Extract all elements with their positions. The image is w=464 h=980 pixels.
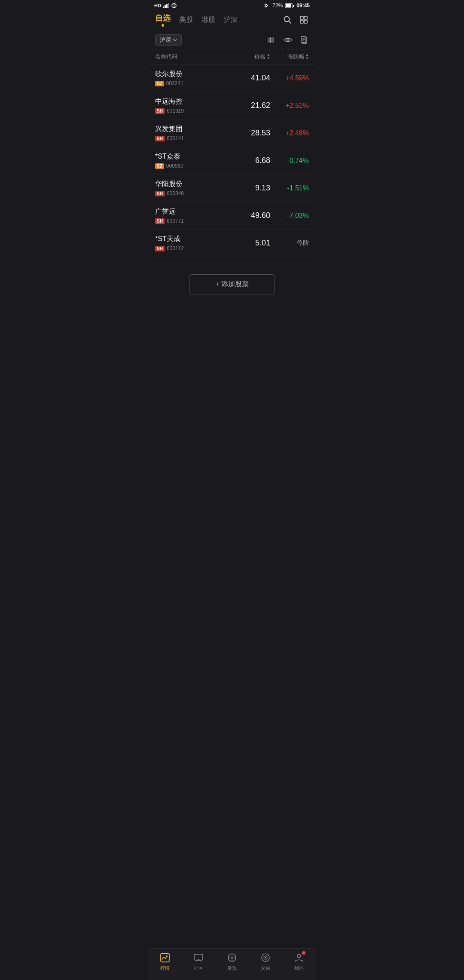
chevron-down-icon bbox=[173, 39, 177, 41]
stock-info: *ST天成 SH 600112 bbox=[155, 235, 232, 251]
stock-list: 歌尔股份 SZ 002241 41.04 +4.59% 中远海控 SH 6019… bbox=[148, 64, 316, 257]
exchange-badge: SH bbox=[155, 218, 165, 224]
nav-icons bbox=[282, 15, 309, 25]
svg-rect-22 bbox=[268, 41, 270, 43]
carrier-text: HD bbox=[154, 3, 161, 8]
stock-price: 41.04 bbox=[232, 74, 270, 83]
layout-icon[interactable] bbox=[299, 15, 309, 25]
filter-row: 沪深 bbox=[148, 31, 316, 49]
stock-row[interactable]: *ST天成 SH 600112 5.01 停牌 bbox=[148, 230, 316, 257]
status-left: HD bbox=[154, 3, 177, 8]
svg-rect-21 bbox=[271, 39, 273, 41]
stock-row[interactable]: 中远海控 SH 601919 21.62 +2.51% bbox=[148, 92, 316, 119]
stock-code-row: SH 600112 bbox=[155, 245, 232, 251]
tab-hk-stocks[interactable]: 港股 bbox=[201, 15, 215, 24]
stock-name: 华阳股份 bbox=[155, 180, 232, 189]
svg-line-6 bbox=[174, 6, 175, 6]
stock-price: 6.68 bbox=[232, 156, 270, 165]
stock-change: -1.51% bbox=[270, 184, 309, 192]
battery-icon bbox=[285, 3, 294, 8]
eye-icon[interactable] bbox=[283, 35, 293, 45]
stock-code-row: SH 600141 bbox=[155, 135, 232, 141]
stock-row[interactable]: 广誉远 SH 600771 49.60 -7.03% bbox=[148, 202, 316, 230]
svg-rect-15 bbox=[304, 16, 307, 19]
search-icon[interactable] bbox=[282, 15, 293, 25]
stock-code: 600141 bbox=[167, 135, 184, 141]
price-sort-icon: ▲▼ bbox=[267, 53, 270, 60]
stock-code: 600348 bbox=[167, 190, 184, 196]
stock-name: 中远海控 bbox=[155, 97, 232, 106]
exchange-badge: SH bbox=[155, 191, 165, 196]
stock-code: 002241 bbox=[166, 80, 183, 86]
bars-icon[interactable] bbox=[267, 35, 276, 45]
status-right: 72% 09:45 bbox=[263, 3, 310, 9]
svg-point-24 bbox=[287, 39, 289, 41]
svg-rect-19 bbox=[271, 37, 273, 39]
table-header: 名称代码 价格 ▲▼ 涨跌幅 ▲▼ bbox=[148, 49, 316, 64]
col-header-change[interactable]: 涨跌幅 ▲▼ bbox=[270, 53, 309, 61]
bottom-spacer bbox=[148, 312, 316, 368]
copy-icon[interactable] bbox=[299, 35, 309, 45]
filter-icons bbox=[267, 35, 309, 45]
signal-icon bbox=[163, 3, 170, 8]
svg-rect-16 bbox=[300, 20, 303, 23]
stock-code-row: SH 601919 bbox=[155, 108, 232, 114]
stock-change: +4.59% bbox=[270, 74, 309, 82]
stock-price: 28.53 bbox=[232, 129, 270, 138]
stock-change: -7.03% bbox=[270, 212, 309, 220]
stock-row[interactable]: 兴发集团 SH 600141 28.53 +2.48% bbox=[148, 119, 316, 147]
svg-rect-3 bbox=[168, 3, 169, 8]
status-bar: HD 72% 09:45 bbox=[148, 0, 316, 10]
stock-row[interactable]: *ST众泰 SZ 000980 6.68 -0.74% bbox=[148, 147, 316, 175]
stock-name: 兴发集团 bbox=[155, 125, 232, 134]
stock-info: 兴发集团 SH 600141 bbox=[155, 125, 232, 141]
market-filter-tag[interactable]: 沪深 bbox=[155, 34, 182, 46]
col-header-name: 名称代码 bbox=[155, 53, 232, 61]
battery-text: 72% bbox=[272, 3, 283, 9]
stock-row[interactable]: 华阳股份 SH 600348 9.13 -1.51% bbox=[148, 175, 316, 202]
tab-a-shares[interactable]: 沪深 bbox=[224, 15, 238, 24]
stock-info: 歌尔股份 SZ 002241 bbox=[155, 70, 232, 86]
stock-change: 停牌 bbox=[270, 239, 309, 247]
svg-rect-10 bbox=[293, 5, 294, 7]
svg-rect-1 bbox=[165, 5, 166, 8]
stock-name: *ST天成 bbox=[155, 235, 232, 244]
exchange-badge: SH bbox=[155, 108, 165, 114]
stock-code: 600112 bbox=[167, 245, 184, 251]
stock-change: +2.48% bbox=[270, 129, 309, 137]
stock-code-row: SH 600771 bbox=[155, 218, 232, 224]
stock-info: *ST众泰 SZ 000980 bbox=[155, 152, 232, 169]
stock-code-row: SH 600348 bbox=[155, 190, 232, 196]
tab-watchlist[interactable]: 自选 bbox=[155, 13, 171, 27]
stock-row[interactable]: 歌尔股份 SZ 002241 41.04 +4.59% bbox=[148, 64, 316, 92]
svg-rect-18 bbox=[268, 37, 270, 39]
svg-rect-23 bbox=[271, 41, 273, 43]
stock-change: +2.51% bbox=[270, 102, 309, 110]
stock-info: 中远海控 SH 601919 bbox=[155, 97, 232, 114]
stock-price: 49.60 bbox=[232, 211, 270, 220]
svg-rect-0 bbox=[163, 6, 164, 8]
stock-name: *ST众泰 bbox=[155, 152, 232, 161]
stock-name: 歌尔股份 bbox=[155, 70, 232, 79]
bluetooth-icon bbox=[263, 3, 270, 8]
time-text: 09:45 bbox=[296, 3, 310, 9]
stock-code-row: SZ 000980 bbox=[155, 163, 232, 169]
alarm-icon bbox=[171, 3, 177, 8]
svg-line-13 bbox=[289, 21, 291, 23]
svg-rect-2 bbox=[166, 4, 168, 8]
add-stock-button[interactable]: + 添加股票 bbox=[189, 274, 275, 294]
col-header-price[interactable]: 价格 ▲▼ bbox=[232, 53, 270, 61]
exchange-badge: SZ bbox=[155, 163, 164, 169]
svg-rect-20 bbox=[268, 39, 270, 41]
stock-code: 601919 bbox=[167, 108, 184, 114]
svg-rect-11 bbox=[286, 4, 291, 7]
stock-code-row: SZ 002241 bbox=[155, 80, 232, 86]
exchange-badge: SZ bbox=[155, 81, 164, 86]
add-btn-container: + 添加股票 bbox=[148, 257, 316, 312]
top-nav: 自选 美股 港股 沪深 bbox=[148, 10, 316, 31]
tab-us-stocks[interactable]: 美股 bbox=[179, 15, 193, 24]
stock-change: -0.74% bbox=[270, 157, 309, 165]
svg-rect-14 bbox=[300, 16, 303, 19]
svg-rect-17 bbox=[304, 20, 307, 23]
stock-price: 5.01 bbox=[232, 239, 270, 248]
